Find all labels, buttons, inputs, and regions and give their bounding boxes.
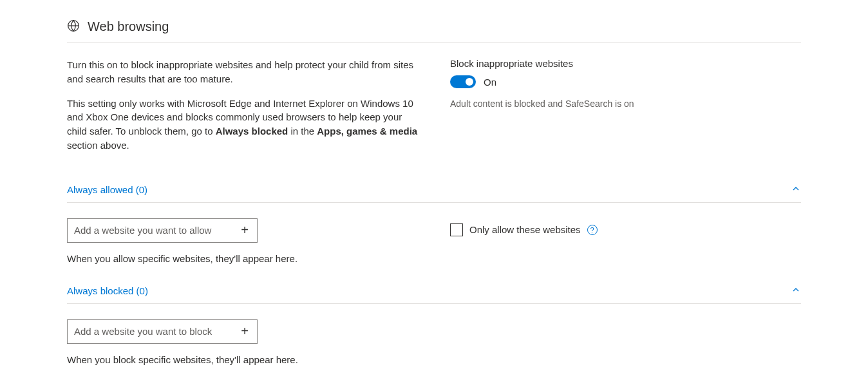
plus-icon: + [241,324,249,339]
only-allow-checkbox[interactable] [450,223,463,236]
blocked-hint: When you block specific websites, they'l… [67,354,424,365]
allowed-right: Only allow these websites ? [450,218,801,264]
always-blocked-body: + When you block specific websites, they… [67,319,801,365]
help-icon[interactable]: ? [587,225,598,235]
section-header: Web browsing [67,19,801,43]
globe-icon [67,19,80,34]
intro-left: Turn this on to block inappropriate webs… [67,58,424,163]
intro-paragraph-2: This setting only works with Microsoft E… [67,97,424,153]
toggle-status: Adult content is blocked and SafeSearch … [450,99,801,109]
always-allowed-title[interactable]: Always allowed (0) [67,184,147,195]
allowed-left: + When you allow specific websites, they… [67,218,424,264]
intro-right: Block inappropriate websites On Adult co… [450,58,801,163]
allow-website-input[interactable] [68,219,232,242]
p2-mid: in the [288,126,317,137]
always-blocked-header[interactable]: Always blocked (0) [67,285,801,304]
block-website-input[interactable] [68,320,232,343]
intro-row: Turn this on to block inappropriate webs… [67,58,801,163]
always-allowed-header[interactable]: Always allowed (0) [67,184,801,203]
toggle-label: Block inappropriate websites [450,58,801,69]
toggle-knob [466,78,473,86]
section-title: Web browsing [88,19,169,34]
p2-bold2: Apps, games & media [317,126,417,137]
block-toggle[interactable] [450,75,476,88]
toggle-state: On [484,77,496,88]
toggle-row: On [450,75,801,88]
always-allowed-body: + When you allow specific websites, they… [67,218,801,264]
only-allow-label: Only allow these websites [469,224,581,235]
intro-paragraph-1: Turn this on to block inappropriate webs… [67,58,424,86]
plus-icon: + [241,223,249,238]
p2-suffix: section above. [67,140,129,151]
only-allow-row: Only allow these websites ? [450,218,801,236]
allowed-hint: When you allow specific websites, they'l… [67,253,424,264]
p2-bold1: Always blocked [216,126,288,137]
always-blocked-title[interactable]: Always blocked (0) [67,285,148,296]
allow-add-button[interactable]: + [232,219,257,242]
chevron-up-icon[interactable] [791,285,801,297]
chevron-up-icon[interactable] [791,184,801,196]
allow-input-group: + [67,218,258,243]
block-add-button[interactable]: + [232,320,257,343]
block-input-group: + [67,319,258,344]
blocked-left: + When you block specific websites, they… [67,319,424,365]
